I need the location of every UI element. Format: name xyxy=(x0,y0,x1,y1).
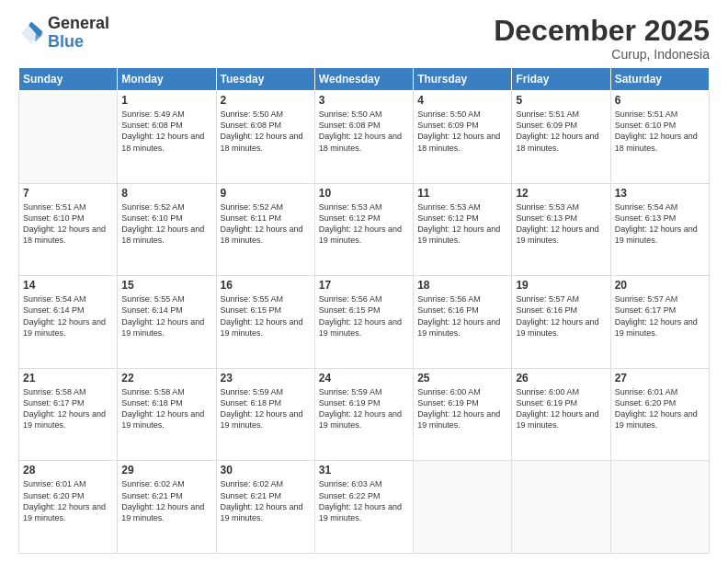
table-cell: 29Sunrise: 6:02 AM Sunset: 6:21 PM Dayli… xyxy=(118,461,216,554)
day-number: 17 xyxy=(319,279,409,292)
table-cell: 11Sunrise: 5:53 AM Sunset: 6:12 PM Dayli… xyxy=(414,183,512,276)
day-info: Sunrise: 6:02 AM Sunset: 6:21 PM Dayligh… xyxy=(221,478,311,523)
table-cell: 25Sunrise: 6:00 AM Sunset: 6:19 PM Dayli… xyxy=(414,368,512,461)
day-info: Sunrise: 5:54 AM Sunset: 6:14 PM Dayligh… xyxy=(23,293,113,339)
day-info: Sunrise: 5:59 AM Sunset: 6:18 PM Dayligh… xyxy=(221,386,311,431)
day-number: 14 xyxy=(23,279,113,292)
day-number: 2 xyxy=(221,94,311,107)
col-sunday: Sunday xyxy=(19,68,118,91)
day-info: Sunrise: 5:53 AM Sunset: 6:12 PM Dayligh… xyxy=(417,201,507,247)
logo: General Blue xyxy=(18,15,109,52)
title-block: December 2025 Curup, Indonesia xyxy=(494,15,710,62)
table-cell: 26Sunrise: 6:00 AM Sunset: 6:19 PM Dayli… xyxy=(512,368,610,461)
table-cell: 8Sunrise: 5:52 AM Sunset: 6:10 PM Daylig… xyxy=(118,183,216,276)
day-info: Sunrise: 5:56 AM Sunset: 6:15 PM Dayligh… xyxy=(319,293,409,339)
day-info: Sunrise: 5:57 AM Sunset: 6:16 PM Dayligh… xyxy=(516,293,606,339)
table-cell xyxy=(512,461,610,554)
day-number: 30 xyxy=(221,464,311,477)
col-wednesday: Wednesday xyxy=(314,68,413,91)
day-info: Sunrise: 6:00 AM Sunset: 6:19 PM Dayligh… xyxy=(417,386,507,431)
day-number: 7 xyxy=(23,187,113,200)
day-info: Sunrise: 5:49 AM Sunset: 6:08 PM Dayligh… xyxy=(121,109,211,154)
day-number: 19 xyxy=(516,279,606,292)
day-number: 23 xyxy=(221,372,311,385)
table-row: 7Sunrise: 5:51 AM Sunset: 6:10 PM Daylig… xyxy=(19,183,710,276)
day-number: 27 xyxy=(615,372,705,385)
table-cell: 28Sunrise: 6:01 AM Sunset: 6:20 PM Dayli… xyxy=(19,461,118,554)
table-cell: 4Sunrise: 5:50 AM Sunset: 6:09 PM Daylig… xyxy=(414,91,512,184)
col-monday: Monday xyxy=(118,68,216,91)
day-info: Sunrise: 6:01 AM Sunset: 6:20 PM Dayligh… xyxy=(615,386,705,431)
table-cell: 13Sunrise: 5:54 AM Sunset: 6:13 PM Dayli… xyxy=(610,183,709,276)
day-number: 9 xyxy=(221,187,311,200)
day-number: 4 xyxy=(417,94,507,107)
day-info: Sunrise: 5:54 AM Sunset: 6:13 PM Dayligh… xyxy=(615,201,705,247)
logo-blue: Blue xyxy=(48,33,109,52)
col-friday: Friday xyxy=(512,68,610,91)
day-number: 3 xyxy=(319,94,409,107)
table-cell: 31Sunrise: 6:03 AM Sunset: 6:22 PM Dayli… xyxy=(314,461,413,554)
table-cell xyxy=(610,461,709,554)
day-info: Sunrise: 5:52 AM Sunset: 6:10 PM Dayligh… xyxy=(121,201,211,247)
day-number: 11 xyxy=(417,187,507,200)
col-thursday: Thursday xyxy=(414,68,512,91)
table-cell: 2Sunrise: 5:50 AM Sunset: 6:08 PM Daylig… xyxy=(216,91,314,184)
day-number: 1 xyxy=(121,94,211,107)
table-row: 1Sunrise: 5:49 AM Sunset: 6:08 PM Daylig… xyxy=(19,91,710,184)
day-info: Sunrise: 5:53 AM Sunset: 6:12 PM Dayligh… xyxy=(319,201,409,247)
location-subtitle: Curup, Indonesia xyxy=(494,47,710,62)
table-cell: 27Sunrise: 6:01 AM Sunset: 6:20 PM Dayli… xyxy=(610,368,709,461)
calendar-header-row: Sunday Monday Tuesday Wednesday Thursday… xyxy=(19,68,710,91)
table-row: 14Sunrise: 5:54 AM Sunset: 6:14 PM Dayli… xyxy=(19,276,710,369)
day-info: Sunrise: 6:01 AM Sunset: 6:20 PM Dayligh… xyxy=(23,478,113,523)
day-info: Sunrise: 5:51 AM Sunset: 6:10 PM Dayligh… xyxy=(615,109,705,154)
day-number: 25 xyxy=(417,372,507,385)
page: General Blue December 2025 Curup, Indone… xyxy=(0,0,728,563)
table-cell: 3Sunrise: 5:50 AM Sunset: 6:08 PM Daylig… xyxy=(314,91,413,184)
day-number: 6 xyxy=(615,94,705,107)
day-info: Sunrise: 5:53 AM Sunset: 6:13 PM Dayligh… xyxy=(516,201,606,247)
day-info: Sunrise: 5:52 AM Sunset: 6:11 PM Dayligh… xyxy=(221,201,311,247)
day-number: 12 xyxy=(516,187,606,200)
day-info: Sunrise: 6:00 AM Sunset: 6:19 PM Dayligh… xyxy=(516,386,606,431)
calendar-table: Sunday Monday Tuesday Wednesday Thursday… xyxy=(18,67,710,554)
day-info: Sunrise: 5:50 AM Sunset: 6:09 PM Dayligh… xyxy=(417,109,507,154)
table-cell: 12Sunrise: 5:53 AM Sunset: 6:13 PM Dayli… xyxy=(512,183,610,276)
day-number: 31 xyxy=(319,464,409,477)
table-cell: 5Sunrise: 5:51 AM Sunset: 6:09 PM Daylig… xyxy=(512,91,610,184)
table-row: 21Sunrise: 5:58 AM Sunset: 6:17 PM Dayli… xyxy=(19,368,710,461)
table-row: 28Sunrise: 6:01 AM Sunset: 6:20 PM Dayli… xyxy=(19,461,710,554)
table-cell: 7Sunrise: 5:51 AM Sunset: 6:10 PM Daylig… xyxy=(19,183,118,276)
day-number: 10 xyxy=(319,187,409,200)
day-number: 29 xyxy=(121,464,211,477)
table-cell: 23Sunrise: 5:59 AM Sunset: 6:18 PM Dayli… xyxy=(216,368,314,461)
day-info: Sunrise: 5:55 AM Sunset: 6:15 PM Dayligh… xyxy=(221,293,311,339)
day-number: 13 xyxy=(615,187,705,200)
table-cell: 21Sunrise: 5:58 AM Sunset: 6:17 PM Dayli… xyxy=(19,368,118,461)
table-cell: 16Sunrise: 5:55 AM Sunset: 6:15 PM Dayli… xyxy=(216,276,314,369)
table-cell xyxy=(414,461,512,554)
table-cell: 22Sunrise: 5:58 AM Sunset: 6:18 PM Dayli… xyxy=(118,368,216,461)
table-cell: 10Sunrise: 5:53 AM Sunset: 6:12 PM Dayli… xyxy=(314,183,413,276)
day-info: Sunrise: 5:56 AM Sunset: 6:16 PM Dayligh… xyxy=(417,293,507,339)
day-number: 18 xyxy=(417,279,507,292)
day-info: Sunrise: 6:02 AM Sunset: 6:21 PM Dayligh… xyxy=(121,478,211,523)
logo-text: General Blue xyxy=(48,15,109,52)
day-info: Sunrise: 5:57 AM Sunset: 6:17 PM Dayligh… xyxy=(615,293,705,339)
table-cell: 19Sunrise: 5:57 AM Sunset: 6:16 PM Dayli… xyxy=(512,276,610,369)
day-number: 28 xyxy=(23,464,113,477)
table-cell: 1Sunrise: 5:49 AM Sunset: 6:08 PM Daylig… xyxy=(118,91,216,184)
day-info: Sunrise: 5:59 AM Sunset: 6:19 PM Dayligh… xyxy=(319,386,409,431)
day-info: Sunrise: 5:50 AM Sunset: 6:08 PM Dayligh… xyxy=(221,109,311,154)
col-saturday: Saturday xyxy=(610,68,709,91)
day-number: 16 xyxy=(221,279,311,292)
month-title: December 2025 xyxy=(494,15,710,47)
day-number: 24 xyxy=(319,372,409,385)
day-info: Sunrise: 5:58 AM Sunset: 6:18 PM Dayligh… xyxy=(121,386,211,431)
day-number: 21 xyxy=(23,372,113,385)
day-info: Sunrise: 5:50 AM Sunset: 6:08 PM Dayligh… xyxy=(319,109,409,154)
day-number: 15 xyxy=(121,279,211,292)
day-info: Sunrise: 5:51 AM Sunset: 6:09 PM Dayligh… xyxy=(516,109,606,154)
day-number: 8 xyxy=(121,187,211,200)
day-number: 22 xyxy=(121,372,211,385)
